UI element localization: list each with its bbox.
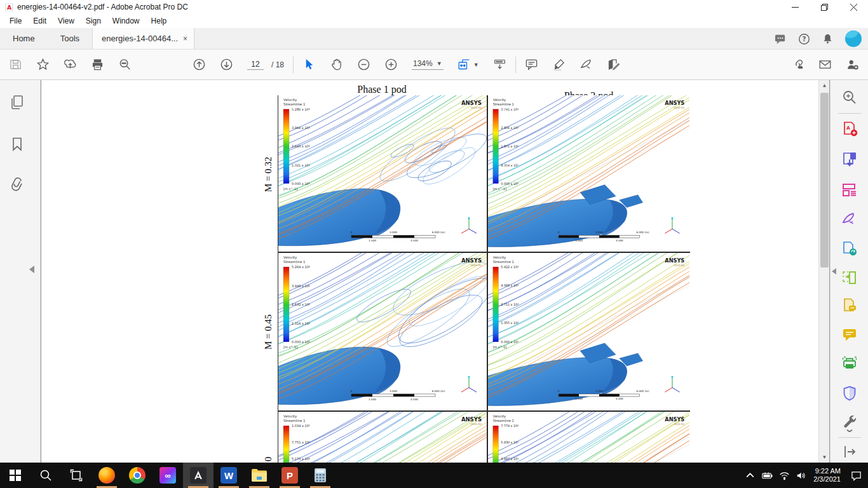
next-page-icon[interactable]	[220, 58, 233, 71]
colorbar-units: [m s^-1]	[283, 345, 297, 349]
vertical-scrollbar[interactable]: ▲ ▼	[818, 80, 829, 463]
colorbar-tick: 1.321 x 10²	[292, 163, 310, 167]
zoom-in-icon[interactable]	[384, 58, 398, 71]
zoom-level-control[interactable]: 134% ▼	[412, 59, 444, 70]
collapse-right-panel-icon[interactable]	[832, 268, 836, 274]
tab-tools[interactable]: Tools	[48, 28, 92, 49]
menu-file[interactable]: File	[4, 15, 27, 27]
previous-page-icon[interactable]	[193, 58, 206, 71]
create-pdf-icon[interactable]: A	[841, 121, 858, 137]
axis-triad	[665, 217, 679, 233]
colorbar-tick: 9.354 x 10¹	[501, 163, 519, 167]
crop-pages-icon[interactable]	[841, 269, 858, 286]
share-link-icon[interactable]	[791, 58, 804, 71]
protect-shield-icon[interactable]	[841, 385, 858, 402]
share-cloud-icon[interactable]	[64, 58, 77, 71]
cfd-panel-phase2-m032: Velocity Streamline 1 3.741 x 10²2.806 x…	[488, 95, 689, 252]
taskbar-acrobat-active[interactable]	[183, 463, 214, 488]
menu-help[interactable]: Help	[146, 15, 173, 27]
minimize-button[interactable]	[780, 0, 810, 14]
tab-close-icon[interactable]: ×	[183, 34, 187, 43]
cfd-plot: Velocity Streamline 1 3.741 x 10²2.806 x…	[488, 95, 689, 252]
search-tools-icon[interactable]	[841, 89, 858, 105]
edit-pdf-icon[interactable]	[841, 182, 858, 198]
more-tools-wrench-icon[interactable]	[841, 413, 858, 432]
battery-icon[interactable]	[762, 470, 773, 481]
taskbar-creative-cloud[interactable]: ∞	[153, 463, 183, 488]
row-label-m045: M = 0.45	[263, 301, 274, 364]
svg-text:?: ?	[802, 35, 806, 43]
colorbar-tick: 5.170 x 10²	[292, 457, 310, 461]
taskbar-calculator[interactable]	[305, 463, 336, 488]
save-icon[interactable]	[9, 58, 22, 71]
svg-text:Streamline 1: Streamline 1	[493, 260, 514, 264]
scan-ocr-icon[interactable]	[841, 356, 858, 372]
volume-icon[interactable]	[796, 470, 807, 481]
taskbar-chrome[interactable]	[122, 463, 153, 488]
fit-width-icon[interactable]: ▼	[458, 58, 479, 71]
svg-text:ANSYS: ANSYS	[665, 257, 684, 264]
notifications-bell-icon[interactable]	[822, 33, 834, 45]
pdf-app-icon: A	[5, 3, 13, 11]
svg-text:4.500: 4.500	[410, 239, 418, 242]
tray-chevron-icon[interactable]	[745, 470, 756, 481]
zoom-out-icon[interactable]	[357, 58, 370, 71]
comment-tool-icon[interactable]	[841, 327, 858, 343]
taskbar-clock[interactable]: 9:22 AM 2/3/2021	[813, 467, 841, 484]
open-tools-panel-icon[interactable]	[841, 444, 858, 460]
page-number-input[interactable]: 12	[247, 60, 264, 70]
taskbar-file-explorer[interactable]	[244, 463, 275, 488]
tab-document[interactable]: energies-14-00464... ×	[92, 28, 194, 49]
colorbar-tick: 7.774 x 10²	[501, 424, 519, 428]
comment-icon[interactable]	[525, 58, 538, 71]
colorbar-legend: Velocity Streamline 1 5.264 x 10²3.948 x…	[283, 255, 310, 349]
highlight-icon[interactable]	[552, 58, 566, 71]
review-document-icon[interactable]	[841, 297, 858, 314]
feedback-chat-icon[interactable]	[775, 33, 787, 45]
colorbar-tick: 5.286 x 10²	[292, 107, 310, 111]
colorbar-tick: 2.643 x 10²	[292, 144, 310, 148]
colorbar-tick: 2.806 x 10²	[501, 126, 519, 130]
fill-sign-tool-icon[interactable]	[841, 211, 858, 227]
taskbar-word[interactable]: W	[214, 463, 244, 488]
fill-sign-icon[interactable]	[580, 58, 593, 71]
svg-text:1.500: 1.500	[369, 239, 376, 242]
scroll-up-icon[interactable]: ▲	[819, 80, 830, 91]
select-tool-icon[interactable]	[302, 58, 316, 71]
start-button[interactable]	[0, 463, 31, 488]
wifi-icon[interactable]	[779, 470, 790, 481]
star-bookmark-icon[interactable]	[36, 58, 50, 71]
email-icon[interactable]	[818, 58, 832, 71]
cfd-plot: Velocity Streamline 1 5.286 x 10²3.964 x…	[278, 95, 487, 252]
account-avatar[interactable]	[845, 30, 862, 47]
task-view-button[interactable]	[61, 463, 92, 488]
scroll-down-icon[interactable]: ▼	[819, 452, 830, 463]
colorbar-tick: 7.751 x 10²	[292, 440, 310, 444]
share-person-icon[interactable]	[846, 58, 859, 71]
menu-edit[interactable]: Edit	[27, 15, 52, 27]
send-for-comments-icon[interactable]	[841, 240, 858, 257]
tab-home[interactable]: Home	[0, 28, 48, 49]
taskbar-powerpoint[interactable]: P	[275, 463, 305, 488]
menu-window[interactable]: Window	[107, 15, 146, 27]
scrollbar-thumb[interactable]	[820, 93, 829, 268]
print-icon[interactable]	[91, 58, 104, 71]
close-button[interactable]	[839, 0, 868, 14]
taskbar-search-button[interactable]	[31, 463, 61, 488]
attachments-icon[interactable]	[9, 177, 25, 193]
search-icon[interactable]	[118, 58, 132, 71]
restore-button[interactable]	[810, 0, 839, 14]
action-center-icon[interactable]	[851, 470, 862, 481]
page-display-menu-icon[interactable]	[493, 58, 506, 71]
taskbar-firefox[interactable]	[92, 463, 122, 488]
export-pdf-icon[interactable]	[841, 151, 858, 168]
collapse-left-panel-icon[interactable]	[29, 266, 34, 273]
page-thumbnails-icon[interactable]	[9, 94, 25, 111]
edit-pdf-tool-icon[interactable]	[607, 58, 620, 71]
hand-tool-icon[interactable]	[330, 58, 343, 71]
menu-sign[interactable]: Sign	[80, 15, 107, 27]
row-label-partial: 0	[263, 434, 274, 463]
menu-view[interactable]: View	[52, 15, 80, 27]
bookmarks-icon[interactable]	[9, 136, 25, 152]
help-icon[interactable]: ?	[798, 33, 810, 45]
